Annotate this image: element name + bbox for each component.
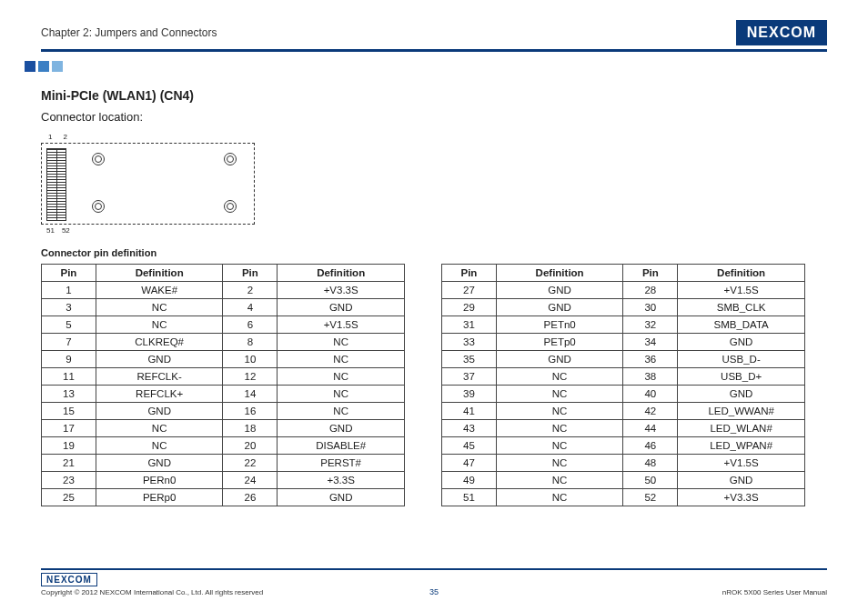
footer-brand-logo: NEXCOM	[41, 573, 97, 586]
definition-cell: NC	[96, 437, 223, 455]
mounting-hole-icon	[224, 153, 237, 165]
page-number: 35	[429, 587, 439, 596]
table-row: 49NC50GND	[442, 472, 805, 489]
pin-cell: 52	[623, 489, 678, 506]
pin-cell: 8	[223, 334, 278, 351]
pin-cell: 23	[42, 472, 96, 489]
table-row: 13REFCLK+14NC	[42, 386, 405, 403]
definition-cell: NC	[496, 437, 623, 455]
definition-cell: LED_WLAN#	[678, 420, 805, 437]
definition-cell: GND	[278, 299, 405, 316]
definition-cell: SMB_CLK	[678, 299, 805, 316]
definition-cell: +V1.5S	[678, 455, 805, 472]
pin-cell: 34	[623, 334, 678, 351]
table-row: 43NC44LED_WLAN#	[442, 420, 805, 437]
definition-cell: NC	[96, 299, 223, 316]
pin-cell: 45	[442, 437, 497, 455]
definition-cell: PERST#	[278, 455, 405, 472]
col-def: Definition	[278, 265, 405, 282]
definition-cell: GND	[496, 351, 623, 368]
definition-cell: +V1.5S	[278, 316, 405, 334]
pin-cell: 44	[623, 420, 678, 437]
table-row: 7CLKREQ#8NC	[42, 334, 405, 351]
pin-cell: 41	[442, 403, 497, 420]
page-header: Chapter 2: Jumpers and Connectors NEXCOM	[41, 20, 827, 52]
table-row: 1WAKE#2+V3.3S	[42, 282, 405, 299]
table-row: 39NC40GND	[442, 386, 805, 403]
brand-text: NEXCOM	[747, 25, 816, 41]
pin-cell: 16	[223, 403, 278, 420]
pin-cell: 39	[442, 386, 497, 403]
definition-cell: NC	[278, 334, 405, 351]
definition-cell: NC	[96, 420, 223, 437]
definition-cell: GND	[278, 489, 405, 506]
definition-cell: PERn0	[96, 472, 223, 489]
table-row: 11REFCLK-12NC	[42, 368, 405, 386]
table-row: 19NC20DISABLE#	[42, 437, 405, 455]
definition-cell: PERp0	[96, 489, 223, 506]
pin-cell: 11	[42, 368, 96, 386]
definition-cell: +V1.5S	[678, 282, 805, 299]
col-pin: Pin	[623, 265, 678, 282]
mounting-hole-icon	[92, 153, 105, 165]
pin-cell: 51	[442, 489, 497, 506]
col-def: Definition	[496, 265, 623, 282]
pin-cell: 50	[623, 472, 678, 489]
definition-cell: NC	[496, 489, 623, 506]
pin-label-51: 51	[46, 226, 55, 235]
definition-cell: GND	[96, 351, 223, 368]
definition-cell: GND	[678, 386, 805, 403]
pin-cell: 7	[42, 334, 96, 351]
pin-cell: 26	[223, 489, 278, 506]
pin-cell: 2	[223, 282, 278, 299]
pin-cell: 28	[623, 282, 678, 299]
pin-cell: 6	[223, 316, 278, 334]
definition-cell: GND	[96, 455, 223, 472]
definition-cell: +V3.3S	[278, 282, 405, 299]
pin-cell: 14	[223, 386, 278, 403]
pin-cell: 49	[442, 472, 497, 489]
pin-cell: 17	[42, 420, 96, 437]
pin-cell: 1	[42, 282, 96, 299]
pin-cell: 9	[42, 351, 96, 368]
mounting-hole-icon	[92, 200, 105, 213]
pin-cell: 15	[42, 403, 96, 420]
pin-cell: 25	[42, 489, 96, 506]
col-def: Definition	[96, 265, 223, 282]
table-row: 45NC46LED_WPAN#	[442, 437, 805, 455]
table-row: 31PETn032SMB_DATA	[442, 316, 805, 334]
table-row: 47NC48+V1.5S	[442, 455, 805, 472]
pin-cell: 47	[442, 455, 497, 472]
pin-cell: 43	[442, 420, 497, 437]
col-def: Definition	[678, 265, 805, 282]
pin-cell: 13	[42, 386, 96, 403]
definition-cell: +3.3S	[278, 472, 405, 489]
pin-cell: 4	[223, 299, 278, 316]
table-title: Connector pin definition	[41, 247, 827, 258]
definition-cell: GND	[496, 299, 623, 316]
pin-cell: 10	[223, 351, 278, 368]
table-row: 9GND10NC	[42, 351, 405, 368]
definition-cell: NC	[496, 455, 623, 472]
table-row: 51NC52+V3.3S	[442, 489, 805, 506]
definition-cell: NC	[496, 472, 623, 489]
pin-label-2: 2	[63, 133, 66, 141]
definition-cell: PETn0	[496, 316, 623, 334]
definition-cell: NC	[496, 420, 623, 437]
mounting-hole-icon	[224, 200, 237, 213]
pin-cell: 31	[442, 316, 497, 334]
decorative-squares	[25, 61, 827, 72]
definition-cell: NC	[496, 403, 623, 420]
chapter-label: Chapter 2: Jumpers and Connectors	[41, 26, 217, 39]
definition-cell: NC	[496, 368, 623, 386]
manual-name: nROK 5X00 Series User Manual	[722, 588, 827, 596]
definition-cell: USB_D+	[678, 368, 805, 386]
pin-cell: 30	[623, 299, 678, 316]
definition-cell: NC	[496, 386, 623, 403]
pin-cell: 21	[42, 455, 96, 472]
connector-diagram: 1 2 51 52	[41, 133, 827, 235]
pin-cell: 33	[442, 334, 497, 351]
pin-cell: 12	[223, 368, 278, 386]
table-row: 27GND28+V1.5S	[442, 282, 805, 299]
page-footer: NEXCOM Copyright © 2012 NEXCOM Internati…	[41, 568, 827, 596]
